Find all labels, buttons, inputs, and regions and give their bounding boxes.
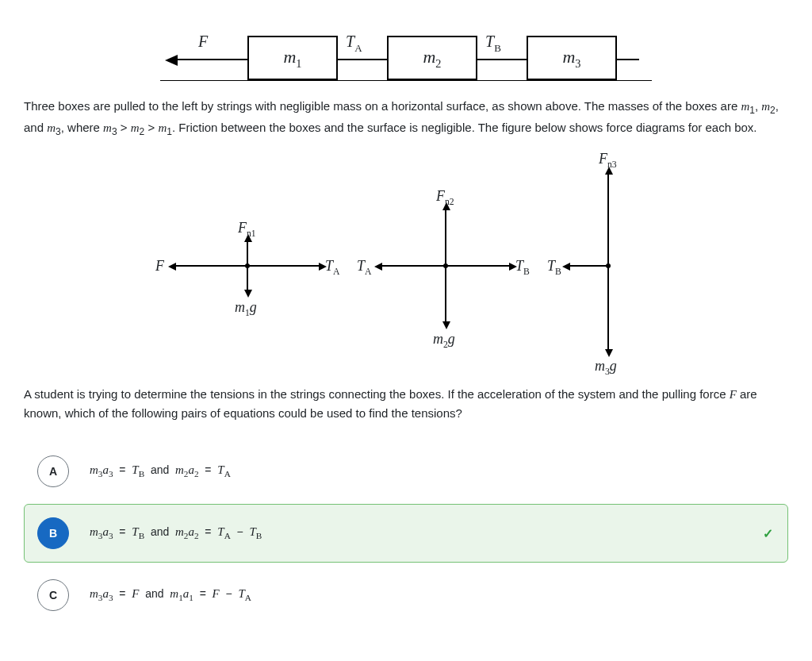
fbd2-mg-arrow [445, 266, 446, 321]
fbd1-fn-label: Fn1 [238, 220, 256, 236]
choice-b-text: m3a3 = TB and m2a2 = TA − TB [90, 525, 262, 540]
fbd1-fn-arrow [247, 242, 248, 266]
box-m3-label: m3 [528, 37, 615, 79]
force-f-arrow [178, 59, 247, 60]
fbd1-mg-label: m1g [235, 299, 257, 316]
question-container: F m1 TA m2 TB m3 [0, 19, 812, 624]
box-m2: m2 [387, 36, 477, 80]
fbd1-f-label: F [155, 258, 164, 275]
string-tb [476, 59, 527, 60]
label-f: F [198, 33, 208, 51]
fbd2-tb-arrow [446, 265, 509, 267]
box-m1-label: m1 [249, 37, 336, 79]
fbd2-ta-label: TA [357, 258, 371, 275]
choice-a-letter[interactable]: A [37, 455, 69, 487]
figure-force-diagrams: Fn1 m1g F TA Fn2 m2g TA TB [152, 147, 660, 377]
label-tb: TB [485, 33, 501, 51]
figure-boxes: F m1 TA m2 TB m3 [160, 19, 652, 89]
choice-b-letter[interactable]: B [37, 517, 69, 549]
choice-c-text: m3a3 = F and m1a1 = F − TA [90, 587, 251, 602]
choice-b[interactable]: B m3a3 = TB and m2a2 = TA − TB ✓ [24, 504, 788, 563]
fbd3-fn-label: Fn3 [599, 151, 617, 167]
fbd2-tb-label: TB [515, 258, 530, 275]
paragraph-2: A student is trying to determine the ten… [24, 385, 788, 423]
box-m3: m3 [527, 36, 617, 80]
answer-choices: A m3a3 = TB and m2a2 = TA B m3a3 = TB an… [24, 442, 788, 624]
choice-a-text: m3a3 = TB and m2a2 = TA [90, 463, 231, 478]
fbd1-ta-label: TA [325, 258, 339, 275]
choice-a[interactable]: A m3a3 = TB and m2a2 = TA [24, 442, 788, 501]
fbd3-mg-arrow [607, 266, 609, 349]
fbd3-mg-label: m3g [595, 358, 617, 375]
fbd3-tb-label: TB [547, 258, 561, 275]
paragraph-1: Three boxes are pulled to the left by st… [24, 97, 788, 139]
string-trailing [615, 59, 639, 60]
fbd1-ta-arrow [247, 265, 319, 267]
string-ta [336, 59, 387, 60]
choice-c-letter[interactable]: C [37, 579, 69, 611]
check-icon: ✓ [763, 525, 773, 540]
box-m2-label: m2 [389, 37, 476, 79]
label-ta: TA [346, 33, 362, 51]
fbd3-tb-arrow [570, 265, 608, 267]
fbd2-fn-label: Fn2 [436, 188, 454, 205]
surface-line [160, 80, 652, 81]
fbd2-ta-arrow [382, 265, 446, 267]
fbd2-mg-label: m2g [433, 331, 455, 348]
fbd1-mg-arrow [247, 266, 248, 290]
fbd1-f-arrow [176, 265, 247, 267]
fbd2-fn-arrow [445, 210, 446, 266]
box-m1: m1 [247, 36, 338, 80]
fbd3-fn-arrow [607, 175, 609, 266]
choice-c[interactable]: C m3a3 = F and m1a1 = F − TA [24, 566, 788, 624]
